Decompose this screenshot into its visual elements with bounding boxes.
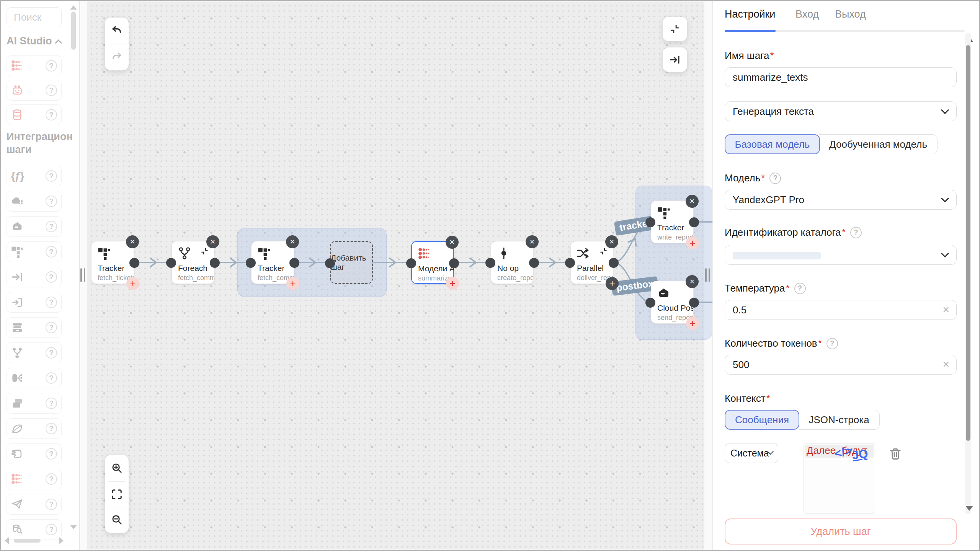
node-ai-models-summarize[interactable]: Модели AI Studio summarize_texts × + (411, 241, 454, 284)
remove-node-button[interactable]: × (446, 236, 459, 249)
model-select[interactable]: YandexGPT Pro (725, 190, 957, 210)
question-icon[interactable]: ? (46, 85, 57, 96)
sidebar-hscrollbar-thumb[interactable] (14, 539, 41, 543)
node-add-step-placeholder[interactable]: Добавить шаг (330, 241, 373, 284)
sidebar-item-leaf[interactable]: ? (7, 418, 62, 439)
question-icon[interactable]: ? (46, 246, 57, 258)
question-icon[interactable]: ? (46, 423, 57, 434)
remove-node-button[interactable]: × (686, 195, 699, 208)
sidebar-item-telegram[interactable]: ? (7, 494, 62, 515)
tab-input[interactable]: Вход (795, 8, 819, 20)
help-icon[interactable]: ? (769, 173, 781, 184)
output-port[interactable] (210, 258, 220, 268)
node-tracker-fetch-comments[interactable]: Tracker fetch_comments × + (251, 241, 294, 284)
input-port[interactable] (406, 258, 416, 268)
delete-step-button[interactable]: Удалить шаг (725, 518, 957, 544)
input-port[interactable] (645, 298, 655, 308)
panel-scrollbar-thumb[interactable] (966, 45, 970, 441)
panel-scroll-down-arrow[interactable] (965, 506, 973, 511)
input-port[interactable] (485, 258, 495, 268)
collapse-group-icon[interactable] (599, 247, 608, 256)
search-input[interactable]: Поиск (7, 7, 62, 27)
tab-settings[interactable]: Настройки (725, 8, 775, 20)
sidebar-item-cloud[interactable]: ? (7, 191, 62, 212)
output-port[interactable] (289, 258, 299, 268)
output-port[interactable] (689, 217, 699, 227)
model-kind-base-option[interactable]: Базовая модель (725, 134, 820, 154)
question-icon[interactable]: ? (46, 297, 57, 308)
question-icon[interactable]: ? (46, 524, 57, 535)
input-port[interactable] (246, 258, 256, 268)
node-tracker-write-report[interactable]: Tracker write_report_to_... × + (651, 201, 694, 243)
sidebar-scrollbar-thumb[interactable] (71, 11, 76, 50)
temperature-input[interactable]: 0.5 × (725, 300, 957, 320)
help-icon[interactable]: ? (794, 283, 806, 294)
add-next-step-button[interactable]: + (686, 236, 699, 249)
step-type-select[interactable]: Генерация текста (725, 101, 957, 121)
question-icon[interactable]: ? (46, 398, 57, 409)
tokens-input[interactable]: 500 × (725, 355, 957, 375)
add-next-step-button[interactable]: + (126, 277, 139, 290)
tab-output[interactable]: Выход (835, 8, 866, 20)
sidebar-item-tracker[interactable]: ? (7, 241, 62, 262)
question-icon[interactable]: ? (46, 60, 57, 72)
node-cloud-postbox-send-report[interactable]: Cloud Postbox send_report_via_... × + (651, 281, 694, 324)
input-port[interactable] (565, 258, 575, 268)
panel-resize-handle[interactable] (705, 268, 710, 282)
question-icon[interactable]: ? (46, 109, 57, 121)
delete-message-trash-icon[interactable] (889, 447, 902, 461)
node-parallel-deliver-report[interactable]: Parallel deliver_report × + (570, 241, 613, 284)
sidebar-item-db-branch[interactable]: ? (7, 368, 62, 388)
sidebar-item-input[interactable]: ? (7, 267, 62, 287)
zoom-in-button[interactable] (105, 455, 129, 481)
question-icon[interactable]: ? (46, 448, 57, 460)
question-icon[interactable]: ? (46, 372, 57, 384)
scroll-left-arrow[interactable] (5, 537, 9, 544)
add-next-step-button[interactable]: + (286, 277, 299, 290)
input-port[interactable] (645, 217, 655, 227)
help-icon[interactable]: ? (850, 227, 862, 238)
remove-node-button[interactable]: × (126, 235, 139, 248)
output-port[interactable] (129, 258, 139, 268)
undo-button[interactable] (105, 18, 129, 44)
jq-overlay-button[interactable]: JQ (851, 447, 869, 462)
input-port[interactable] (166, 258, 176, 268)
scroll-right-arrow[interactable] (59, 537, 64, 544)
question-icon[interactable]: ? (46, 221, 57, 232)
collapse-all-button[interactable] (663, 17, 687, 41)
sidebar-item-postbox[interactable]: ? (7, 216, 62, 237)
sidebar-item-ai-models-2[interactable]: ? (7, 469, 62, 489)
remove-node-button[interactable]: × (686, 275, 699, 288)
remove-node-button[interactable]: × (605, 235, 618, 248)
question-icon[interactable]: ? (46, 322, 57, 333)
sidebar-item-copy[interactable]: ? (7, 393, 62, 414)
remove-node-button[interactable]: × (206, 235, 219, 248)
sidebar-item-db-search[interactable]: ? (7, 519, 62, 540)
output-port[interactable] (529, 258, 539, 268)
scroll-down-arrow[interactable] (70, 525, 77, 529)
question-icon[interactable]: ? (46, 170, 57, 182)
step-name-input[interactable]: summarize_texts (725, 67, 957, 87)
sidebar-item-ai-models[interactable]: ? (7, 55, 62, 76)
collapse-panel-button[interactable] (663, 47, 687, 72)
question-icon[interactable]: ? (46, 347, 57, 359)
clear-icon[interactable]: × (942, 303, 949, 316)
help-icon[interactable]: ? (826, 338, 838, 349)
remove-node-button[interactable]: × (526, 235, 539, 248)
node-noop-create-report[interactable]: No op create_report × (491, 241, 534, 284)
sidebar-item-exit[interactable]: ? (7, 292, 62, 313)
context-json-option[interactable]: JSON-строка (799, 410, 880, 430)
output-port[interactable] (689, 298, 699, 308)
remove-node-button[interactable]: × (286, 235, 299, 248)
question-icon[interactable]: ? (46, 499, 57, 510)
sidebar-item-ai-database[interactable]: ? (7, 104, 62, 125)
collapse-group-icon[interactable] (200, 247, 209, 256)
model-kind-tuned-option[interactable]: Дообученная модель (819, 134, 938, 154)
sidebar-item-merge[interactable]: ? (7, 342, 62, 363)
workflow-canvas[interactable]: tracker postbox Tracker fetch_tickets × … (80, 0, 712, 551)
redo-button[interactable] (105, 44, 129, 70)
output-port[interactable] (609, 258, 619, 268)
question-icon[interactable]: ? (46, 271, 57, 283)
message-role-select[interactable]: Система (725, 443, 778, 463)
question-icon[interactable]: ? (46, 196, 57, 207)
